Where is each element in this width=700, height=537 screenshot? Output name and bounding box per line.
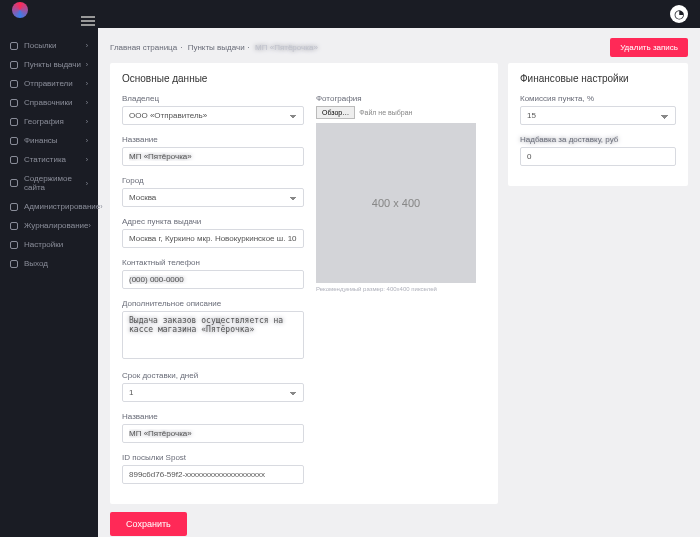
city-label: Город [122,176,304,185]
photo-label: Фотография [316,94,486,103]
sidebar-item-finance[interactable]: Финансы› [0,131,98,150]
file-status: Файл не выбран [359,109,412,116]
crumb-current: МП «Пятёрочка» [255,43,318,52]
sidebar-item-logout[interactable]: Выход [0,254,98,273]
city-select[interactable]: Москва [122,188,304,207]
chevron-right-icon: › [86,61,88,68]
spsr-input[interactable] [122,465,304,484]
sidebar-item-content[interactable]: Содержимое сайта› [0,169,98,197]
address-label: Адрес пункта выдачи [122,217,304,226]
name-input[interactable] [122,147,304,166]
owner-label: Владелец [122,94,304,103]
sidebar: Посылки› Пункты выдачи› Отправители› Спр… [0,28,98,537]
chevron-right-icon: › [86,156,88,163]
chevron-right-icon: › [86,180,88,187]
bonus-label: Надбавка за доставку, руб [520,135,676,144]
chart-icon [10,156,18,164]
sidebar-item-settings[interactable]: Настройки [0,235,98,254]
sidebar-item-log[interactable]: Журналирование› [0,216,98,235]
spsr-label: ID посылки Spost [122,453,304,462]
sidebar-item-refs[interactable]: Справочники› [0,93,98,112]
globe-icon [10,118,18,126]
delivery-label: Срок доставки, дней [122,371,304,380]
desc-textarea[interactable]: Выдача заказов осуществляется на кассе м… [122,311,304,359]
desc-label: Дополнительное описание [122,299,304,308]
exit-icon [10,260,18,268]
sidebar-item-parcels[interactable]: Посылки› [0,36,98,55]
chevron-right-icon: › [86,42,88,49]
book-icon [10,99,18,107]
sidebar-item-admin[interactable]: Администрирование› [0,197,98,216]
avatar-icon: ◔ [674,7,684,21]
money-icon [10,137,18,145]
user-avatar[interactable]: ◔ [670,5,688,23]
commission-select[interactable]: 15 [520,106,676,125]
chevron-right-icon: › [86,118,88,125]
page-icon [10,179,18,187]
sidebar-item-stats[interactable]: Статистика› [0,150,98,169]
menu-toggle-icon[interactable] [81,16,95,26]
phone-input[interactable] [122,270,304,289]
box-icon [10,42,18,50]
log-icon [10,222,18,230]
main-data-card: Основные данные ВладелецООО «Отправитель… [110,63,498,504]
gear-icon [10,241,18,249]
phone-label: Контактный телефон [122,258,304,267]
delivery-select[interactable]: 1 [122,383,304,402]
gear-icon [10,203,18,211]
card-title: Финансовые настройки [520,73,676,84]
photo-placeholder: 400 x 400 [316,123,476,283]
sidebar-item-pickup[interactable]: Пункты выдачи› [0,55,98,74]
user-icon [10,80,18,88]
owner-select[interactable]: ООО «Отправитель» [122,106,304,125]
sidebar-item-senders[interactable]: Отправители› [0,74,98,93]
sidebar-item-geo[interactable]: География› [0,112,98,131]
commission-label: Комиссия пункта, % [520,94,676,103]
finance-card: Финансовые настройки Комиссия пункта, %1… [508,63,688,186]
name-label: Название [122,135,304,144]
bonus-input[interactable] [520,147,676,166]
crumb-section[interactable]: Пункты выдачи [188,43,245,52]
chevron-right-icon: › [89,222,91,229]
crumb-home[interactable]: Главная страница [110,43,177,52]
chevron-right-icon: › [86,137,88,144]
card-title: Основные данные [122,73,486,84]
pin-icon [10,61,18,69]
name2-label: Название [122,412,304,421]
save-button[interactable]: Сохранить [110,512,187,536]
photo-hint: Рекомендуемый размер: 400x400 пикселей [316,286,486,292]
name2-input[interactable] [122,424,304,443]
browse-button[interactable]: Обзор… [316,106,355,119]
chevron-right-icon: › [86,80,88,87]
chevron-right-icon: › [86,99,88,106]
delete-button[interactable]: Удалить запись [610,38,688,57]
app-logo[interactable] [12,2,28,18]
address-input[interactable] [122,229,304,248]
breadcrumb: Главная страница· Пункты выдачи· МП «Пят… [110,38,688,57]
